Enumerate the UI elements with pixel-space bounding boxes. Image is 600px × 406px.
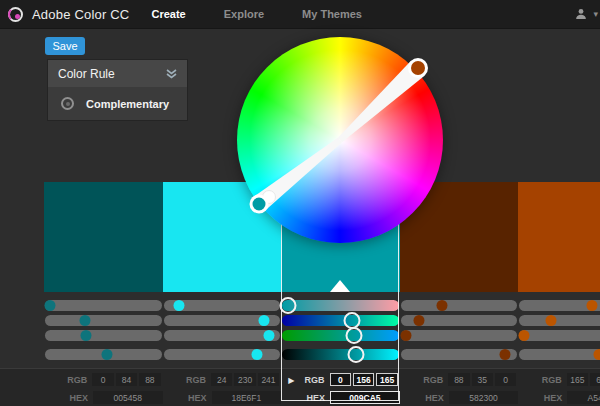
brand-title: Adobe Color CC xyxy=(32,7,129,22)
red-slider-track-col0[interactable] xyxy=(45,300,162,311)
rgb-label: RGB xyxy=(422,375,443,385)
hex-input[interactable]: 009CA5 xyxy=(330,391,400,404)
adobe-color-logo-icon xyxy=(8,7,23,22)
color-rule-title: Color Rule xyxy=(58,67,115,81)
green-slider-track-selected[interactable] xyxy=(282,315,399,326)
hex-value: 005458 xyxy=(93,391,163,404)
nav-item-my-themes[interactable]: My Themes xyxy=(302,8,362,20)
slider-handle[interactable] xyxy=(586,300,597,311)
brightness-slider-track-col4[interactable] xyxy=(519,349,600,360)
slider-handle[interactable] xyxy=(258,315,269,326)
save-button[interactable]: Save xyxy=(45,37,85,55)
slider-handle[interactable] xyxy=(81,330,92,341)
b-input[interactable]: 165 xyxy=(376,373,397,386)
green-slider-track-col4[interactable] xyxy=(519,315,600,326)
slider-handle[interactable] xyxy=(173,300,184,311)
red-slider-track-selected[interactable] xyxy=(282,300,399,311)
slider-handle[interactable] xyxy=(80,315,91,326)
slider-ring-handle[interactable] xyxy=(347,346,364,363)
red-slider-track-col1[interactable] xyxy=(164,300,281,311)
r-input[interactable]: 0 xyxy=(330,373,351,386)
color-rule-header[interactable]: Color Rule xyxy=(48,60,187,87)
slider-handle[interactable] xyxy=(414,315,425,326)
values-col-orange: RGB 165 66 0 HEX A54200 xyxy=(518,369,600,406)
hex-label: HEX xyxy=(185,393,207,403)
slider-handle[interactable] xyxy=(44,300,55,311)
hex-value: 582300 xyxy=(449,391,519,404)
nav-menu: Create Explore My Themes xyxy=(151,8,362,20)
nav-item-explore[interactable]: Explore xyxy=(224,8,264,20)
brightness-slider-track-selected[interactable] xyxy=(282,349,399,360)
red-slider-track-col3[interactable] xyxy=(401,300,518,311)
slider-ring-handle[interactable] xyxy=(346,327,363,344)
values-col-bright-cyan: RGB 24 230 241 HEX 18E6F1 xyxy=(163,369,282,406)
blue-slider-track-col4[interactable] xyxy=(519,330,600,341)
slider-handle[interactable] xyxy=(518,330,529,341)
rgb-label: RGB xyxy=(185,375,206,385)
hex-label: HEX xyxy=(540,393,562,403)
slider-handle[interactable] xyxy=(499,349,510,360)
g-value: 84 xyxy=(116,373,137,386)
rgb-label: RGB xyxy=(540,375,561,385)
b-value: 88 xyxy=(139,373,160,386)
green-slider-track-col1[interactable] xyxy=(164,315,281,326)
slider-handle[interactable] xyxy=(102,349,113,360)
wheel-marker-warm[interactable] xyxy=(411,61,425,75)
b-value: 0 xyxy=(495,373,516,386)
r-value: 88 xyxy=(448,373,469,386)
color-rule-selected-label: Complementary xyxy=(86,98,169,110)
swatch-orange[interactable] xyxy=(518,182,600,292)
hex-value: 18E6F1 xyxy=(212,391,282,404)
rgb-label: RGB xyxy=(66,375,87,385)
radio-icon xyxy=(61,97,74,110)
color-rule-panel: Color Rule Complementary xyxy=(48,60,187,120)
rgb-label: RGB xyxy=(303,375,324,385)
chevron-down-icon[interactable]: ▾ xyxy=(593,9,598,19)
blue-slider-track-col0[interactable] xyxy=(45,330,162,341)
r-value: 0 xyxy=(92,373,113,386)
expand-arrow-icon[interactable]: ▶ xyxy=(288,376,294,385)
values-col-dark-brown: RGB 88 35 0 HEX 582300 xyxy=(400,369,519,406)
r-value: 24 xyxy=(211,373,232,386)
g-value: 230 xyxy=(234,373,255,386)
nav-item-create[interactable]: Create xyxy=(151,8,185,20)
r-value: 165 xyxy=(567,373,588,386)
brightness-slider-track-col1[interactable] xyxy=(164,349,281,360)
brand[interactable]: Adobe Color CC xyxy=(8,7,129,22)
values-col-selected: ▶ RGB 0 156 165 HEX 009CA5 xyxy=(281,369,400,406)
blue-slider-track-col1[interactable] xyxy=(164,330,281,341)
hex-value: A54200 xyxy=(567,391,600,404)
nav-right: ▾ xyxy=(575,0,588,28)
values-col-dark-teal: RGB 0 84 88 HEX 005458 xyxy=(44,369,163,406)
selected-swatch-indicator xyxy=(330,280,350,292)
top-nav: Adobe Color CC Create Explore My Themes … xyxy=(0,0,600,29)
swatch-dark-teal[interactable] xyxy=(44,182,163,292)
red-slider-track-col4[interactable] xyxy=(519,300,600,311)
green-slider-track-col0[interactable] xyxy=(45,315,162,326)
slider-handle[interactable] xyxy=(251,349,262,360)
slider-ring-handle[interactable] xyxy=(280,297,297,314)
blue-slider-track-col3[interactable] xyxy=(401,330,518,341)
wheel-marker-base[interactable] xyxy=(253,198,266,211)
color-rule-selected-row[interactable]: Complementary xyxy=(48,87,187,120)
b-value: 241 xyxy=(258,373,279,386)
hex-label: HEX xyxy=(422,393,444,403)
g-value: 66 xyxy=(590,373,600,386)
slider-handle[interactable] xyxy=(437,300,448,311)
hex-label: HEX xyxy=(303,393,325,403)
double-chevron-down-icon xyxy=(166,69,177,79)
brightness-slider-track-col0[interactable] xyxy=(45,349,162,360)
green-slider-track-col3[interactable] xyxy=(401,315,518,326)
values-panel: RGB 0 84 88 HEX 005458 RGB 24 230 241 HE… xyxy=(0,368,600,406)
g-value: 35 xyxy=(472,373,493,386)
slider-handle[interactable] xyxy=(263,330,274,341)
g-input[interactable]: 156 xyxy=(353,373,374,386)
hex-label: HEX xyxy=(66,393,88,403)
slider-handle[interactable] xyxy=(546,315,557,326)
user-icon[interactable] xyxy=(575,8,587,20)
adobe-color-app: Adobe Color CC Create Explore My Themes … xyxy=(0,0,600,406)
blue-slider-track-selected[interactable] xyxy=(282,330,399,341)
slider-handle[interactable] xyxy=(400,330,411,341)
slider-handle[interactable] xyxy=(593,349,600,360)
brightness-slider-track-col3[interactable] xyxy=(401,349,518,360)
